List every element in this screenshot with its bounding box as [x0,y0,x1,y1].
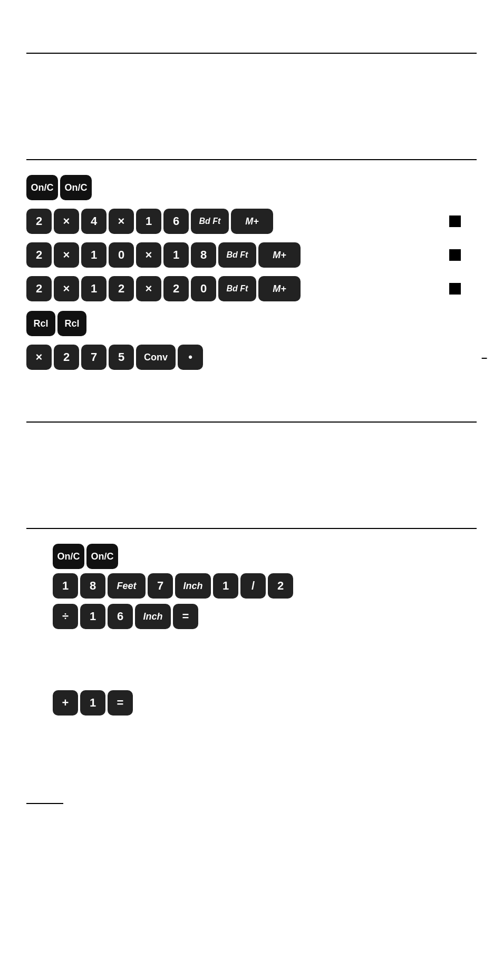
btn-4-r1[interactable]: 4 [81,209,107,234]
onc-s4-btn-2[interactable]: On/C [86,544,118,569]
square-indicator-3 [449,283,461,295]
btn-5-r5[interactable]: 5 [109,345,134,370]
btn-conv-r5[interactable]: Conv [136,345,176,370]
btn-2-r3[interactable]: 2 [26,276,52,301]
row-1: 2 × 4 × 1 6 Bd Ft M+ [26,209,477,234]
section-4: On/C On/C 1 8 Feet 7 Inch 1 / 2 ÷ 1 6 In… [0,529,503,792]
btn-x-r5[interactable]: × [26,345,52,370]
square-indicator-1 [449,215,461,227]
empty-space-s4 [53,633,477,686]
btn-bdf-r3[interactable]: Bd Ft [218,276,256,301]
onc-btn-1[interactable]: On/C [26,175,58,200]
btn-2-r5[interactable]: 2 [54,345,79,370]
btn-7-s4r1[interactable]: 7 [148,573,173,599]
btn-1-s4r2[interactable]: 1 [80,604,105,629]
btn-eq-s4r4[interactable]: = [108,690,133,716]
btn-1-r1[interactable]: 1 [136,209,161,234]
btn-0-r2[interactable]: 0 [109,242,134,268]
row-5: × 2 7 5 Conv • [26,345,477,370]
row-2-s4: ÷ 1 6 Inch = [53,604,477,629]
btn-plus-s4r4[interactable]: + [53,690,78,716]
btn-mp-r2[interactable]: M+ [258,242,301,268]
btn-eq-s4r2[interactable]: = [173,604,198,629]
btn-feet-s4r1[interactable]: Feet [108,573,146,599]
section-1 [0,54,503,159]
btn-7-r5[interactable]: 7 [81,345,107,370]
btn-slash-s4r1[interactable]: / [240,573,266,599]
btn-inch-s4r1[interactable]: Inch [175,573,211,599]
onc-row: On/C On/C [26,175,477,200]
row-4-s4: + 1 = [53,690,477,716]
btn-x2-r1[interactable]: × [109,209,134,234]
btn-x-r1[interactable]: × [54,209,79,234]
btn-bdf-r1[interactable]: Bd Ft [191,209,229,234]
btn-mp-r1[interactable]: M+ [231,209,273,234]
btn-1b-r2[interactable]: 1 [163,242,189,268]
btn-8-r2[interactable]: 8 [191,242,216,268]
row-2-container: 2 × 1 0 × 1 8 Bd Ft M+ [26,238,477,272]
btn-0-r3[interactable]: 0 [191,276,216,301]
btn-x-r2[interactable]: × [54,242,79,268]
row-2: 2 × 1 0 × 1 8 Bd Ft M+ [26,242,477,268]
btn-x-r3[interactable]: × [54,276,79,301]
row-1-s4: 1 8 Feet 7 Inch 1 / 2 [53,573,477,599]
dash-indicator: – [481,351,487,364]
onc-s4-btn-1[interactable]: On/C [53,544,84,569]
btn-2b-r3[interactable]: 2 [163,276,189,301]
btn-dot-r5[interactable]: • [178,345,203,370]
btn-1-s4r1[interactable]: 1 [53,573,78,599]
btn-x2-r3[interactable]: × [136,276,161,301]
btn-1-r2[interactable]: 1 [81,242,107,268]
btn-2-r3b[interactable]: 2 [109,276,134,301]
row-1-container: 2 × 4 × 1 6 Bd Ft M+ [26,204,477,238]
btn-6-s4r2[interactable]: 6 [108,604,133,629]
btn-1-s4r4[interactable]: 1 [80,690,105,716]
square-indicator-2 [449,249,461,261]
rcl-btn-2[interactable]: Rcl [57,311,86,336]
btn-inch-s4r2[interactable]: Inch [135,604,171,629]
btn-div-s4r2[interactable]: ÷ [53,604,78,629]
rcl-btn-1[interactable]: Rcl [26,311,55,336]
row-5-container: × 2 7 5 Conv • – [26,340,477,374]
onc-row-s4: On/C On/C [53,544,477,569]
btn-1b-s4r1[interactable]: 1 [213,573,238,599]
btn-1-r3[interactable]: 1 [81,276,107,301]
onc-btn-2[interactable]: On/C [60,175,92,200]
row-3-container: 2 × 1 2 × 2 0 Bd Ft M+ [26,272,477,306]
rcl-row: Rcl Rcl [26,311,477,336]
btn-2-r2[interactable]: 2 [26,242,52,268]
btn-mp-r3[interactable]: M+ [258,276,301,301]
btn-x2-r2[interactable]: × [136,242,161,268]
short-bottom-divider [26,803,63,804]
btn-bdf-r2[interactable]: Bd Ft [218,242,256,268]
row-3: 2 × 1 2 × 2 0 Bd Ft M+ [26,276,477,301]
btn-2-r1[interactable]: 2 [26,209,52,234]
btn-6-r1[interactable]: 6 [163,209,189,234]
btn-2-s4r1[interactable]: 2 [268,573,293,599]
section-3 [0,423,503,528]
section-2: On/C On/C 2 × 4 × 1 6 Bd Ft M+ 2 × 1 0 ×… [0,160,503,379]
btn-8-s4r1[interactable]: 8 [80,573,105,599]
